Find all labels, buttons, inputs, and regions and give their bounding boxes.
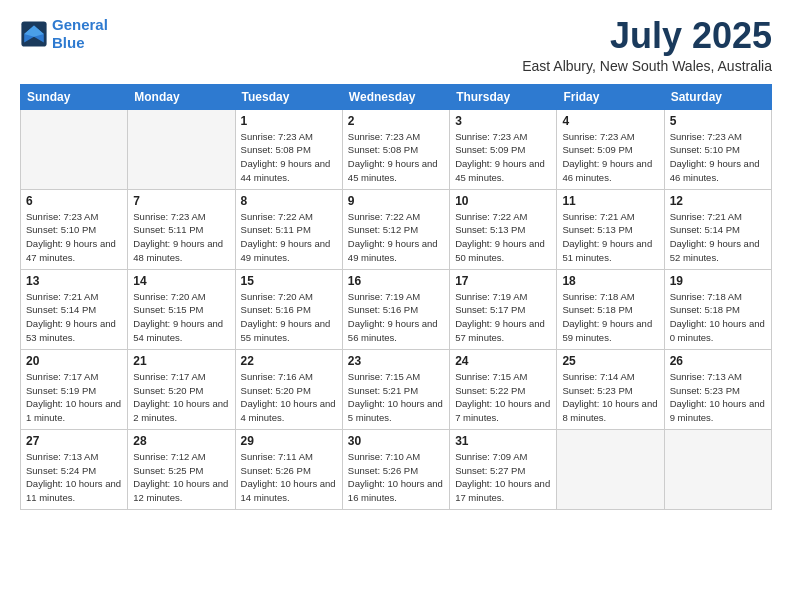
- calendar-cell: 1Sunrise: 7:23 AM Sunset: 5:08 PM Daylig…: [235, 109, 342, 189]
- day-number: 26: [670, 354, 766, 368]
- day-info: Sunrise: 7:22 AM Sunset: 5:11 PM Dayligh…: [241, 210, 337, 265]
- calendar-cell: 26Sunrise: 7:13 AM Sunset: 5:23 PM Dayli…: [664, 349, 771, 429]
- calendar-header-sunday: Sunday: [21, 84, 128, 109]
- day-number: 4: [562, 114, 658, 128]
- day-number: 5: [670, 114, 766, 128]
- day-info: Sunrise: 7:23 AM Sunset: 5:09 PM Dayligh…: [562, 130, 658, 185]
- calendar-cell: 8Sunrise: 7:22 AM Sunset: 5:11 PM Daylig…: [235, 189, 342, 269]
- day-info: Sunrise: 7:16 AM Sunset: 5:20 PM Dayligh…: [241, 370, 337, 425]
- month-title: July 2025: [522, 16, 772, 56]
- day-info: Sunrise: 7:15 AM Sunset: 5:21 PM Dayligh…: [348, 370, 444, 425]
- calendar-header-monday: Monday: [128, 84, 235, 109]
- day-number: 30: [348, 434, 444, 448]
- day-info: Sunrise: 7:17 AM Sunset: 5:19 PM Dayligh…: [26, 370, 122, 425]
- day-info: Sunrise: 7:20 AM Sunset: 5:16 PM Dayligh…: [241, 290, 337, 345]
- day-info: Sunrise: 7:23 AM Sunset: 5:08 PM Dayligh…: [348, 130, 444, 185]
- calendar-cell: 24Sunrise: 7:15 AM Sunset: 5:22 PM Dayli…: [450, 349, 557, 429]
- day-number: 12: [670, 194, 766, 208]
- day-info: Sunrise: 7:23 AM Sunset: 5:10 PM Dayligh…: [670, 130, 766, 185]
- day-info: Sunrise: 7:21 AM Sunset: 5:14 PM Dayligh…: [670, 210, 766, 265]
- day-number: 14: [133, 274, 229, 288]
- day-info: Sunrise: 7:11 AM Sunset: 5:26 PM Dayligh…: [241, 450, 337, 505]
- calendar: SundayMondayTuesdayWednesdayThursdayFrid…: [20, 84, 772, 510]
- calendar-cell: 29Sunrise: 7:11 AM Sunset: 5:26 PM Dayli…: [235, 429, 342, 509]
- day-info: Sunrise: 7:09 AM Sunset: 5:27 PM Dayligh…: [455, 450, 551, 505]
- calendar-header-friday: Friday: [557, 84, 664, 109]
- day-number: 23: [348, 354, 444, 368]
- day-info: Sunrise: 7:18 AM Sunset: 5:18 PM Dayligh…: [670, 290, 766, 345]
- day-info: Sunrise: 7:21 AM Sunset: 5:13 PM Dayligh…: [562, 210, 658, 265]
- day-info: Sunrise: 7:22 AM Sunset: 5:13 PM Dayligh…: [455, 210, 551, 265]
- calendar-cell: [128, 109, 235, 189]
- calendar-cell: 16Sunrise: 7:19 AM Sunset: 5:16 PM Dayli…: [342, 269, 449, 349]
- day-info: Sunrise: 7:23 AM Sunset: 5:08 PM Dayligh…: [241, 130, 337, 185]
- calendar-cell: 10Sunrise: 7:22 AM Sunset: 5:13 PM Dayli…: [450, 189, 557, 269]
- calendar-header-row: SundayMondayTuesdayWednesdayThursdayFrid…: [21, 84, 772, 109]
- calendar-cell: 31Sunrise: 7:09 AM Sunset: 5:27 PM Dayli…: [450, 429, 557, 509]
- calendar-cell: [21, 109, 128, 189]
- calendar-header-wednesday: Wednesday: [342, 84, 449, 109]
- day-number: 25: [562, 354, 658, 368]
- calendar-cell: [664, 429, 771, 509]
- calendar-header-thursday: Thursday: [450, 84, 557, 109]
- title-area: July 2025 East Albury, New South Wales, …: [522, 16, 772, 74]
- day-info: Sunrise: 7:12 AM Sunset: 5:25 PM Dayligh…: [133, 450, 229, 505]
- day-number: 27: [26, 434, 122, 448]
- day-info: Sunrise: 7:15 AM Sunset: 5:22 PM Dayligh…: [455, 370, 551, 425]
- day-number: 6: [26, 194, 122, 208]
- day-number: 19: [670, 274, 766, 288]
- day-number: 8: [241, 194, 337, 208]
- logo: General Blue: [20, 16, 108, 52]
- calendar-cell: 11Sunrise: 7:21 AM Sunset: 5:13 PM Dayli…: [557, 189, 664, 269]
- week-row-3: 13Sunrise: 7:21 AM Sunset: 5:14 PM Dayli…: [21, 269, 772, 349]
- day-info: Sunrise: 7:14 AM Sunset: 5:23 PM Dayligh…: [562, 370, 658, 425]
- day-number: 29: [241, 434, 337, 448]
- day-number: 11: [562, 194, 658, 208]
- calendar-cell: 22Sunrise: 7:16 AM Sunset: 5:20 PM Dayli…: [235, 349, 342, 429]
- day-info: Sunrise: 7:21 AM Sunset: 5:14 PM Dayligh…: [26, 290, 122, 345]
- header: General Blue July 2025 East Albury, New …: [20, 16, 772, 74]
- calendar-cell: 23Sunrise: 7:15 AM Sunset: 5:21 PM Dayli…: [342, 349, 449, 429]
- day-info: Sunrise: 7:10 AM Sunset: 5:26 PM Dayligh…: [348, 450, 444, 505]
- calendar-header-tuesday: Tuesday: [235, 84, 342, 109]
- day-number: 18: [562, 274, 658, 288]
- day-number: 20: [26, 354, 122, 368]
- week-row-5: 27Sunrise: 7:13 AM Sunset: 5:24 PM Dayli…: [21, 429, 772, 509]
- calendar-cell: 15Sunrise: 7:20 AM Sunset: 5:16 PM Dayli…: [235, 269, 342, 349]
- day-number: 28: [133, 434, 229, 448]
- calendar-cell: 12Sunrise: 7:21 AM Sunset: 5:14 PM Dayli…: [664, 189, 771, 269]
- calendar-cell: 17Sunrise: 7:19 AM Sunset: 5:17 PM Dayli…: [450, 269, 557, 349]
- day-number: 15: [241, 274, 337, 288]
- day-info: Sunrise: 7:19 AM Sunset: 5:17 PM Dayligh…: [455, 290, 551, 345]
- calendar-cell: 13Sunrise: 7:21 AM Sunset: 5:14 PM Dayli…: [21, 269, 128, 349]
- day-info: Sunrise: 7:19 AM Sunset: 5:16 PM Dayligh…: [348, 290, 444, 345]
- calendar-header-saturday: Saturday: [664, 84, 771, 109]
- logo-line1: General: [52, 16, 108, 33]
- calendar-cell: 3Sunrise: 7:23 AM Sunset: 5:09 PM Daylig…: [450, 109, 557, 189]
- day-number: 9: [348, 194, 444, 208]
- day-info: Sunrise: 7:23 AM Sunset: 5:09 PM Dayligh…: [455, 130, 551, 185]
- day-number: 17: [455, 274, 551, 288]
- day-info: Sunrise: 7:22 AM Sunset: 5:12 PM Dayligh…: [348, 210, 444, 265]
- calendar-cell: 14Sunrise: 7:20 AM Sunset: 5:15 PM Dayli…: [128, 269, 235, 349]
- calendar-cell: 28Sunrise: 7:12 AM Sunset: 5:25 PM Dayli…: [128, 429, 235, 509]
- calendar-cell: 5Sunrise: 7:23 AM Sunset: 5:10 PM Daylig…: [664, 109, 771, 189]
- day-number: 3: [455, 114, 551, 128]
- day-info: Sunrise: 7:18 AM Sunset: 5:18 PM Dayligh…: [562, 290, 658, 345]
- day-number: 24: [455, 354, 551, 368]
- week-row-2: 6Sunrise: 7:23 AM Sunset: 5:10 PM Daylig…: [21, 189, 772, 269]
- day-number: 13: [26, 274, 122, 288]
- day-info: Sunrise: 7:13 AM Sunset: 5:23 PM Dayligh…: [670, 370, 766, 425]
- calendar-cell: 21Sunrise: 7:17 AM Sunset: 5:20 PM Dayli…: [128, 349, 235, 429]
- calendar-cell: 19Sunrise: 7:18 AM Sunset: 5:18 PM Dayli…: [664, 269, 771, 349]
- logo-text: General Blue: [52, 16, 108, 52]
- calendar-cell: [557, 429, 664, 509]
- calendar-cell: 20Sunrise: 7:17 AM Sunset: 5:19 PM Dayli…: [21, 349, 128, 429]
- calendar-cell: 4Sunrise: 7:23 AM Sunset: 5:09 PM Daylig…: [557, 109, 664, 189]
- calendar-cell: 30Sunrise: 7:10 AM Sunset: 5:26 PM Dayli…: [342, 429, 449, 509]
- logo-line2: Blue: [52, 34, 85, 51]
- calendar-cell: 27Sunrise: 7:13 AM Sunset: 5:24 PM Dayli…: [21, 429, 128, 509]
- day-number: 22: [241, 354, 337, 368]
- calendar-cell: 7Sunrise: 7:23 AM Sunset: 5:11 PM Daylig…: [128, 189, 235, 269]
- calendar-cell: 2Sunrise: 7:23 AM Sunset: 5:08 PM Daylig…: [342, 109, 449, 189]
